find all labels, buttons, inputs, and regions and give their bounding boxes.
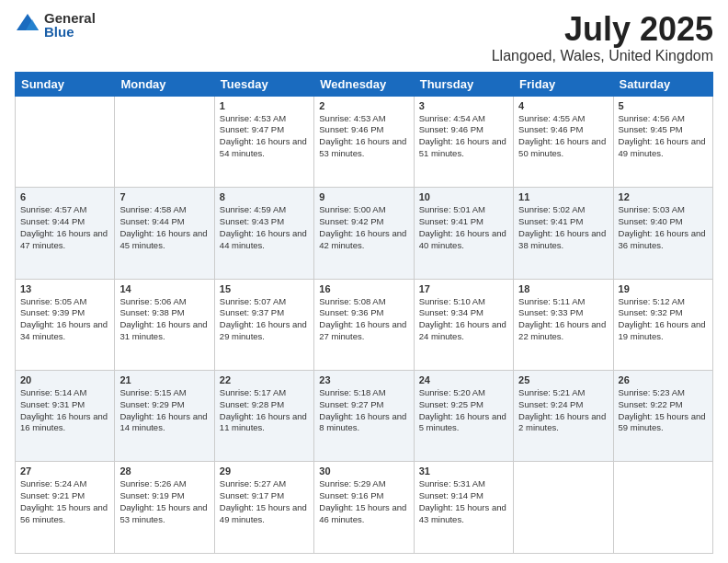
calendar-cell: 2Sunrise: 4:53 AMSunset: 9:46 PMDaylight… <box>314 96 414 187</box>
calendar-header: SundayMondayTuesdayWednesdayThursdayFrid… <box>16 72 713 96</box>
cell-info: Daylight: 16 hours and 38 minutes. <box>518 228 608 252</box>
calendar-cell: 20Sunrise: 5:14 AMSunset: 9:31 PMDayligh… <box>16 371 115 462</box>
day-number: 21 <box>119 374 209 385</box>
cell-info: Sunrise: 5:07 AM <box>220 296 309 308</box>
calendar-cell: 1Sunrise: 4:53 AMSunset: 9:47 PMDaylight… <box>214 96 313 187</box>
day-number: 5 <box>619 100 708 111</box>
cell-info: Daylight: 16 hours and 34 minutes. <box>20 319 109 343</box>
logo-blue-text: Blue <box>44 25 96 39</box>
cell-info: Sunset: 9:41 PM <box>419 216 508 228</box>
cell-info: Sunrise: 5:06 AM <box>119 296 209 308</box>
day-header-friday: Friday <box>514 72 613 96</box>
cell-info: Sunset: 9:47 PM <box>220 124 309 136</box>
location-title: Llangoed, Wales, United Kingdom <box>492 48 713 64</box>
cell-info: Sunrise: 5:01 AM <box>419 204 508 216</box>
cell-info: Sunrise: 5:27 AM <box>220 478 309 490</box>
day-number: 24 <box>419 374 508 385</box>
calendar-cell: 15Sunrise: 5:07 AMSunset: 9:37 PMDayligh… <box>214 279 313 370</box>
cell-info: Sunrise: 5:23 AM <box>619 387 708 399</box>
cell-info: Sunset: 9:33 PM <box>518 307 608 319</box>
calendar-cell: 21Sunrise: 5:15 AMSunset: 9:29 PMDayligh… <box>115 371 214 462</box>
day-number: 14 <box>119 283 209 294</box>
cell-info: Daylight: 16 hours and 27 minutes. <box>319 319 408 343</box>
cell-info: Sunset: 9:32 PM <box>619 307 708 319</box>
cell-info: Sunset: 9:24 PM <box>518 399 608 411</box>
cell-info: Daylight: 16 hours and 19 minutes. <box>619 319 708 343</box>
cell-info: Sunset: 9:19 PM <box>119 490 209 502</box>
calendar-cell: 13Sunrise: 5:05 AMSunset: 9:39 PMDayligh… <box>16 279 115 370</box>
day-number: 3 <box>419 100 508 111</box>
cell-info: Sunset: 9:46 PM <box>419 124 508 136</box>
calendar-cell: 4Sunrise: 4:55 AMSunset: 9:46 PMDaylight… <box>514 96 613 187</box>
cell-info: Sunrise: 4:56 AM <box>619 113 708 125</box>
calendar-cell: 22Sunrise: 5:17 AMSunset: 9:28 PMDayligh… <box>214 371 313 462</box>
day-number: 8 <box>220 191 309 202</box>
calendar-cell: 8Sunrise: 4:59 AMSunset: 9:43 PMDaylight… <box>214 188 313 279</box>
cell-info: Daylight: 15 hours and 53 minutes. <box>119 502 209 526</box>
cell-info: Sunrise: 4:53 AM <box>220 113 309 125</box>
cell-info: Daylight: 16 hours and 49 minutes. <box>619 136 708 160</box>
cell-info: Sunrise: 5:26 AM <box>119 478 209 490</box>
day-header-sunday: Sunday <box>16 72 115 96</box>
calendar-cell: 30Sunrise: 5:29 AMSunset: 9:16 PMDayligh… <box>314 462 414 554</box>
day-number: 11 <box>518 191 608 202</box>
calendar-cell <box>16 96 115 187</box>
cell-info: Sunset: 9:16 PM <box>319 490 408 502</box>
calendar-body: 1Sunrise: 4:53 AMSunset: 9:47 PMDaylight… <box>16 96 713 553</box>
cell-info: Daylight: 15 hours and 43 minutes. <box>419 502 508 526</box>
day-number: 10 <box>419 191 508 202</box>
day-number: 4 <box>518 100 608 111</box>
cell-info: Sunset: 9:31 PM <box>20 399 109 411</box>
day-number: 19 <box>619 283 708 294</box>
cell-info: Sunrise: 5:17 AM <box>220 387 309 399</box>
cell-info: Daylight: 16 hours and 31 minutes. <box>119 319 209 343</box>
calendar-cell: 10Sunrise: 5:01 AMSunset: 9:41 PMDayligh… <box>414 188 513 279</box>
month-title: July 2025 <box>492 11 713 48</box>
cell-info: Daylight: 16 hours and 54 minutes. <box>220 136 309 160</box>
cell-info: Sunset: 9:22 PM <box>619 399 708 411</box>
day-number: 1 <box>220 100 309 111</box>
cell-info: Daylight: 16 hours and 51 minutes. <box>419 136 508 160</box>
calendar-cell: 7Sunrise: 4:58 AMSunset: 9:44 PMDaylight… <box>115 188 214 279</box>
calendar-cell: 9Sunrise: 5:00 AMSunset: 9:42 PMDaylight… <box>314 188 414 279</box>
logo-icon <box>15 12 40 38</box>
cell-info: Sunrise: 5:02 AM <box>518 204 608 216</box>
cell-info: Daylight: 16 hours and 24 minutes. <box>419 319 508 343</box>
day-number: 23 <box>319 374 408 385</box>
calendar-week-1: 1Sunrise: 4:53 AMSunset: 9:47 PMDaylight… <box>16 96 713 187</box>
cell-info: Daylight: 15 hours and 49 minutes. <box>220 502 309 526</box>
calendar-cell: 26Sunrise: 5:23 AMSunset: 9:22 PMDayligh… <box>613 371 712 462</box>
cell-info: Daylight: 16 hours and 42 minutes. <box>319 228 408 252</box>
cell-info: Daylight: 16 hours and 36 minutes. <box>619 228 708 252</box>
cell-info: Sunrise: 5:18 AM <box>319 387 408 399</box>
calendar-cell: 14Sunrise: 5:06 AMSunset: 9:38 PMDayligh… <box>115 279 214 370</box>
cell-info: Daylight: 16 hours and 2 minutes. <box>518 411 608 435</box>
cell-info: Sunrise: 5:31 AM <box>419 478 508 490</box>
cell-info: Daylight: 15 hours and 56 minutes. <box>20 502 109 526</box>
cell-info: Sunrise: 4:54 AM <box>419 113 508 125</box>
cell-info: Sunset: 9:44 PM <box>119 216 209 228</box>
day-number: 30 <box>319 465 408 477</box>
cell-info: Daylight: 16 hours and 45 minutes. <box>119 228 209 252</box>
cell-info: Sunrise: 5:14 AM <box>20 387 109 399</box>
day-number: 15 <box>220 283 309 294</box>
cell-info: Sunset: 9:42 PM <box>319 216 408 228</box>
calendar-cell: 11Sunrise: 5:02 AMSunset: 9:41 PMDayligh… <box>514 188 613 279</box>
cell-info: Daylight: 16 hours and 5 minutes. <box>419 411 508 435</box>
day-header-row: SundayMondayTuesdayWednesdayThursdayFrid… <box>16 72 713 96</box>
cell-info: Sunset: 9:46 PM <box>319 124 408 136</box>
cell-info: Sunset: 9:34 PM <box>419 307 508 319</box>
day-number: 26 <box>619 374 708 385</box>
day-number: 18 <box>518 283 608 294</box>
cell-info: Sunrise: 5:21 AM <box>518 387 608 399</box>
calendar-table: SundayMondayTuesdayWednesdayThursdayFrid… <box>15 72 713 554</box>
cell-info: Daylight: 16 hours and 53 minutes. <box>319 136 408 160</box>
day-number: 17 <box>419 283 508 294</box>
cell-info: Sunrise: 4:57 AM <box>20 204 109 216</box>
calendar-cell: 16Sunrise: 5:08 AMSunset: 9:36 PMDayligh… <box>314 279 414 370</box>
calendar-cell: 23Sunrise: 5:18 AMSunset: 9:27 PMDayligh… <box>314 371 414 462</box>
day-number: 7 <box>119 191 209 202</box>
day-number: 9 <box>319 191 408 202</box>
calendar-week-3: 13Sunrise: 5:05 AMSunset: 9:39 PMDayligh… <box>16 279 713 370</box>
calendar-week-5: 27Sunrise: 5:24 AMSunset: 9:21 PMDayligh… <box>16 462 713 554</box>
